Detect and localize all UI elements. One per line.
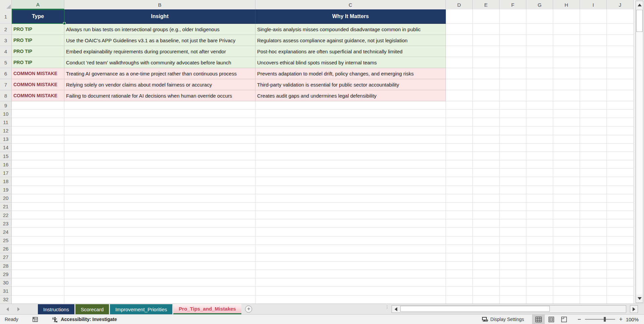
cell-g18[interactable] bbox=[526, 177, 553, 185]
cell-h29[interactable] bbox=[553, 270, 580, 278]
cell-d31[interactable] bbox=[446, 287, 473, 295]
cell-e8[interactable] bbox=[473, 90, 500, 101]
row-header-2[interactable]: 2 bbox=[0, 24, 12, 35]
cell-d8[interactable] bbox=[446, 90, 473, 101]
cell-d19[interactable] bbox=[446, 186, 473, 194]
cell-a19[interactable] bbox=[12, 186, 64, 194]
sheet-tab-pro-tips-and-mistakes[interactable]: Pro_Tips_and_Mistakes bbox=[173, 304, 241, 314]
cell-d12[interactable] bbox=[446, 126, 473, 135]
cell-e25[interactable] bbox=[473, 236, 500, 245]
cell-g12[interactable] bbox=[526, 126, 553, 135]
column-header-a[interactable]: A bbox=[12, 0, 64, 9]
cell-b4-insight[interactable]: Embed explainability requirements during… bbox=[64, 46, 255, 57]
cell-i12[interactable] bbox=[580, 126, 607, 135]
cell-i21[interactable] bbox=[580, 203, 607, 211]
cell-f9[interactable] bbox=[500, 101, 526, 110]
vertical-scroll-thumb[interactable] bbox=[636, 10, 643, 32]
cell-j13[interactable] bbox=[607, 135, 634, 144]
column-header-f[interactable]: F bbox=[500, 0, 526, 9]
row-header-17[interactable]: 17 bbox=[0, 169, 12, 177]
cell-f28[interactable] bbox=[500, 262, 526, 270]
row-header-20[interactable]: 20 bbox=[0, 194, 12, 203]
cell-h16[interactable] bbox=[553, 160, 580, 169]
cell-b27[interactable] bbox=[64, 253, 255, 262]
cell-h28[interactable] bbox=[553, 262, 580, 270]
cell-a7-type[interactable]: COMMON MISTAKE bbox=[12, 79, 64, 90]
column-header-g[interactable]: G bbox=[526, 0, 553, 9]
cell-d26[interactable] bbox=[446, 245, 473, 253]
cell-j25[interactable] bbox=[607, 236, 634, 245]
cell-a29[interactable] bbox=[12, 270, 64, 278]
cell-a25[interactable] bbox=[12, 236, 64, 245]
cell-b17[interactable] bbox=[64, 169, 255, 177]
cell-d5[interactable] bbox=[446, 57, 473, 68]
cell-b2-insight[interactable]: Always run bias tests on intersectional … bbox=[64, 24, 255, 35]
cell-g1[interactable] bbox=[526, 9, 553, 24]
cell-b14[interactable] bbox=[64, 144, 255, 152]
cell-h10[interactable] bbox=[553, 110, 580, 118]
cell-j9[interactable] bbox=[607, 101, 634, 110]
cell-e14[interactable] bbox=[473, 144, 500, 152]
cell-e26[interactable] bbox=[473, 245, 500, 253]
cell-j30[interactable] bbox=[607, 278, 634, 287]
cell-h4[interactable] bbox=[553, 46, 580, 57]
cell-c18[interactable] bbox=[255, 177, 446, 185]
cell-f24[interactable] bbox=[500, 228, 526, 236]
cell-a9[interactable] bbox=[12, 101, 64, 110]
cell-i17[interactable] bbox=[580, 169, 607, 177]
cell-i30[interactable] bbox=[580, 278, 607, 287]
row-header-4[interactable]: 4 bbox=[0, 46, 12, 57]
cell-f19[interactable] bbox=[500, 186, 526, 194]
row-header-22[interactable]: 22 bbox=[0, 211, 12, 219]
cell-h18[interactable] bbox=[553, 177, 580, 185]
cell-b15[interactable] bbox=[64, 152, 255, 160]
cell-i16[interactable] bbox=[580, 160, 607, 169]
column-header-e[interactable]: E bbox=[473, 0, 500, 9]
cell-h24[interactable] bbox=[553, 228, 580, 236]
cell-h11[interactable] bbox=[553, 118, 580, 126]
cell-j6[interactable] bbox=[607, 68, 634, 79]
cell-h23[interactable] bbox=[553, 219, 580, 228]
row-header-28[interactable]: 28 bbox=[0, 262, 12, 270]
cell-a16[interactable] bbox=[12, 160, 64, 169]
cell-i28[interactable] bbox=[580, 262, 607, 270]
cell-d32[interactable] bbox=[446, 295, 473, 304]
cell-h32[interactable] bbox=[553, 295, 580, 304]
cell-g20[interactable] bbox=[526, 194, 553, 203]
cell-c6-why[interactable]: Prevents adaptation to model drift, poli… bbox=[255, 68, 446, 79]
cell-j10[interactable] bbox=[607, 110, 634, 118]
cell-f8[interactable] bbox=[500, 90, 526, 101]
cell-a30[interactable] bbox=[12, 278, 64, 287]
cell-g3[interactable] bbox=[526, 35, 553, 46]
column-header-i[interactable]: I bbox=[580, 0, 607, 9]
cell-b25[interactable] bbox=[64, 236, 255, 245]
row-header-32[interactable]: 32 bbox=[0, 295, 12, 304]
cell-d18[interactable] bbox=[446, 177, 473, 185]
cell-d30[interactable] bbox=[446, 278, 473, 287]
cell-g19[interactable] bbox=[526, 186, 553, 194]
row-header-8[interactable]: 8 bbox=[0, 90, 12, 101]
cell-d11[interactable] bbox=[446, 118, 473, 126]
cell-f13[interactable] bbox=[500, 135, 526, 144]
cell-h12[interactable] bbox=[553, 126, 580, 135]
cell-i11[interactable] bbox=[580, 118, 607, 126]
cell-d14[interactable] bbox=[446, 144, 473, 152]
cell-f17[interactable] bbox=[500, 169, 526, 177]
cell-e17[interactable] bbox=[473, 169, 500, 177]
cell-e5[interactable] bbox=[473, 57, 500, 68]
cell-e19[interactable] bbox=[473, 186, 500, 194]
cell-e2[interactable] bbox=[473, 24, 500, 35]
cell-b7-insight[interactable]: Relying solely on vendor claims about mo… bbox=[64, 79, 255, 90]
cell-g23[interactable] bbox=[526, 219, 553, 228]
cell-d15[interactable] bbox=[446, 152, 473, 160]
cell-d3[interactable] bbox=[446, 35, 473, 46]
cell-b12[interactable] bbox=[64, 126, 255, 135]
cell-d13[interactable] bbox=[446, 135, 473, 144]
cell-i1[interactable] bbox=[580, 9, 607, 24]
cell-e29[interactable] bbox=[473, 270, 500, 278]
sheet-tab-improvement-priorities[interactable]: Improvement_Priorities bbox=[110, 304, 172, 314]
cell-c5-why[interactable]: Uncovers ethical blind spots missed by i… bbox=[255, 57, 446, 68]
cell-g21[interactable] bbox=[526, 203, 553, 211]
cell-i3[interactable] bbox=[580, 35, 607, 46]
cell-i25[interactable] bbox=[580, 236, 607, 245]
